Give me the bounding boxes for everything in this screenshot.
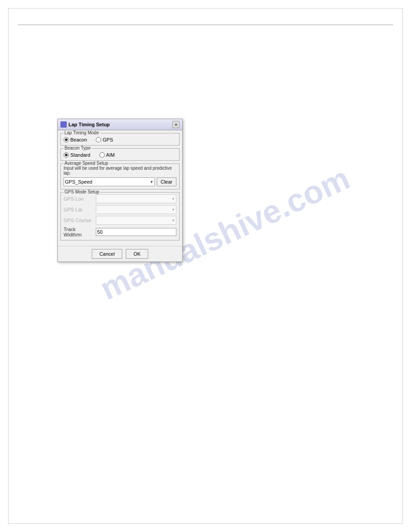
dialog-title-text: Lap Timing Setup (68, 122, 110, 127)
gps-lat-label: GPS Lat (64, 207, 94, 212)
radio-beacon[interactable]: Beacon (64, 137, 87, 142)
gps-lon-label: GPS Lon (64, 196, 94, 202)
top-line (18, 25, 393, 25)
average-speed-description: Input will be used for average lap speed… (64, 166, 176, 176)
radio-aim-label: AIM (106, 152, 115, 158)
track-width-input[interactable] (96, 228, 176, 236)
gps-lat-select[interactable] (96, 206, 176, 214)
gps-lon-select-wrapper: ▼ (96, 194, 176, 203)
average-speed-row: GPS_Speed ▼ Clear (64, 177, 176, 186)
radio-gps[interactable]: GPS (96, 137, 113, 142)
beacon-type-label: Beacon Type (64, 146, 91, 150)
clear-button[interactable]: Clear (157, 177, 176, 186)
gps-mode-setup-label: GPS Mode Setup (64, 189, 100, 194)
track-width-label: Track Width/m (64, 227, 94, 237)
beacon-type-group: Beacon Type Standard AIM (60, 148, 180, 161)
dialog-icon (60, 121, 67, 128)
cancel-button[interactable]: Cancel (92, 249, 122, 259)
close-button[interactable]: ✕ (172, 121, 180, 128)
lap-timing-mode-label: Lap Timing Mode (64, 130, 100, 135)
dialog-title-left: Lap Timing Setup (60, 121, 110, 128)
radio-standard[interactable]: Standard (64, 152, 90, 158)
dialog-titlebar: Lap Timing Setup ✕ (58, 119, 182, 130)
radio-aim-circle (99, 152, 105, 158)
gps-speed-select-wrapper: GPS_Speed ▼ (64, 177, 155, 186)
lap-timing-mode-group: Lap Timing Mode Beacon GPS (60, 133, 180, 146)
radio-beacon-label: Beacon (70, 137, 87, 142)
gps-mode-setup-group: GPS Mode Setup GPS Lon ▼ GPS Lat ▼ GPS (60, 192, 180, 240)
beacon-type-radio-row: Standard AIM (64, 152, 176, 158)
gps-course-row: GPS Course ▼ (64, 216, 176, 225)
dialog-body: Lap Timing Mode Beacon GPS Beacon Type S… (58, 130, 182, 246)
lap-timing-mode-radio-row: Beacon GPS (64, 137, 176, 142)
radio-gps-circle (96, 137, 101, 142)
gps-course-label: GPS Course (64, 218, 94, 223)
gps-speed-select[interactable]: GPS_Speed (64, 178, 154, 186)
radio-standard-label: Standard (70, 152, 90, 158)
ok-button[interactable]: OK (126, 249, 148, 259)
gps-lat-select-wrapper: ▼ (96, 205, 176, 214)
track-width-row: Track Width/m (64, 227, 176, 237)
dialog-footer: Cancel OK (58, 246, 182, 262)
gps-lat-row: GPS Lat ▼ (64, 205, 176, 214)
radio-aim[interactable]: AIM (99, 152, 115, 158)
radio-beacon-circle (64, 137, 69, 142)
page-border (8, 8, 403, 524)
radio-standard-circle (64, 152, 69, 158)
gps-lon-select[interactable] (96, 195, 176, 203)
gps-course-select-wrapper: ▼ (96, 216, 176, 225)
average-speed-setup-label: Average Speed Setup (64, 161, 109, 166)
average-speed-setup-group: Average Speed Setup Input will be used f… (60, 163, 180, 189)
gps-lon-row: GPS Lon ▼ (64, 194, 176, 203)
gps-course-select[interactable] (96, 216, 176, 224)
lap-timing-setup-dialog: Lap Timing Setup ✕ Lap Timing Mode Beaco… (57, 119, 183, 262)
radio-gps-label: GPS (103, 137, 113, 142)
